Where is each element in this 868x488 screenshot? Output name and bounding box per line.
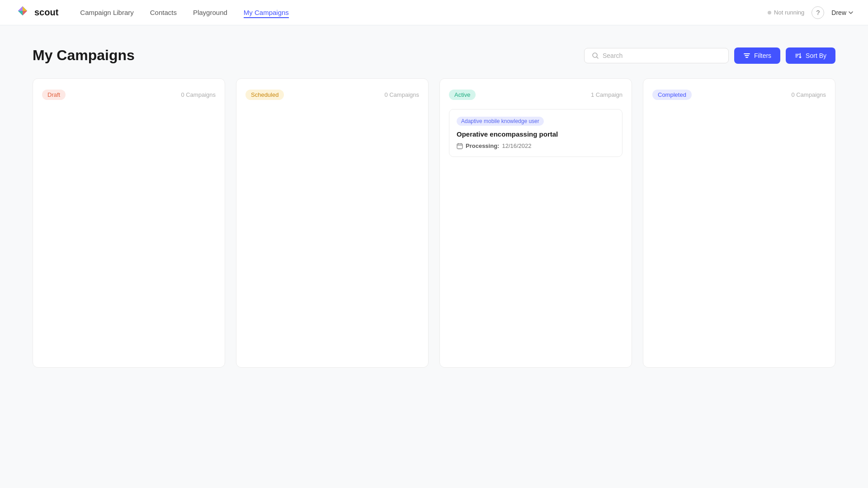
filters-button[interactable]: Filters [734, 47, 780, 64]
app-name: scout [34, 7, 58, 18]
badge-draft: Draft [42, 90, 66, 100]
column-scheduled-header: Scheduled 0 Campaigns [245, 90, 419, 100]
column-draft-count: 0 Campaigns [181, 91, 216, 98]
filters-label: Filters [754, 52, 771, 59]
column-draft-header: Draft 0 Campaigns [42, 90, 216, 100]
nav-contacts[interactable]: Contacts [150, 7, 177, 18]
kanban-grid: Draft 0 Campaigns Scheduled 0 Campaigns … [33, 78, 835, 368]
header-actions: Search Filters Sort By [584, 47, 835, 64]
page-header: My Campaigns Search Filters [33, 47, 835, 64]
status-indicator: Not running [768, 9, 804, 16]
campaign-meta: Processing: 12/16/2022 [457, 142, 615, 149]
campaign-meta-label: Processing: [466, 142, 499, 149]
navbar: scout Campaign Library Contacts Playgrou… [0, 0, 868, 25]
user-name: Drew [831, 9, 846, 16]
badge-completed: Completed [652, 90, 692, 100]
status-label: Not running [774, 9, 804, 16]
column-scheduled: Scheduled 0 Campaigns [236, 78, 429, 368]
sortby-button[interactable]: Sort By [786, 47, 835, 64]
campaign-tag: Adaptive mobile knowledge user [457, 117, 544, 126]
column-active: Active 1 Campaign Adaptive mobile knowle… [439, 78, 632, 368]
column-active-header: Active 1 Campaign [449, 90, 623, 100]
chevron-down-icon [848, 10, 854, 15]
column-completed-count: 0 Campaigns [791, 91, 826, 98]
column-active-count: 1 Campaign [591, 91, 623, 98]
user-menu[interactable]: Drew [831, 9, 854, 16]
logo-link[interactable]: scout [14, 5, 58, 21]
search-placeholder: Search [603, 52, 623, 59]
status-dot [768, 11, 771, 14]
badge-active: Active [449, 90, 476, 100]
badge-scheduled: Scheduled [245, 90, 284, 100]
help-button[interactable]: ? [811, 6, 824, 19]
column-completed-header: Completed 0 Campaigns [652, 90, 826, 100]
nav-links: Campaign Library Contacts Playground My … [80, 7, 768, 18]
page-title: My Campaigns [33, 47, 135, 64]
campaign-title: Operative encompassing portal [457, 130, 615, 138]
nav-campaign-library[interactable]: Campaign Library [80, 7, 133, 18]
logo-icon [14, 5, 31, 21]
nav-my-campaigns[interactable]: My Campaigns [244, 7, 289, 18]
sortby-label: Sort By [806, 52, 826, 59]
sortby-icon [795, 52, 802, 59]
column-completed: Completed 0 Campaigns [643, 78, 835, 368]
nav-playground[interactable]: Playground [193, 7, 227, 18]
search-box[interactable]: Search [584, 48, 729, 63]
campaign-card[interactable]: Adaptive mobile knowledge user Operative… [449, 109, 623, 157]
nav-right: Not running ? Drew [768, 6, 854, 19]
search-icon [592, 52, 599, 59]
column-draft: Draft 0 Campaigns [33, 78, 225, 368]
column-scheduled-count: 0 Campaigns [384, 91, 419, 98]
main-content: My Campaigns Search Filters [0, 25, 868, 389]
filters-icon [743, 52, 750, 59]
calendar-icon [457, 143, 463, 149]
campaign-meta-value: 12/16/2022 [502, 142, 531, 149]
svg-rect-1 [457, 144, 462, 149]
